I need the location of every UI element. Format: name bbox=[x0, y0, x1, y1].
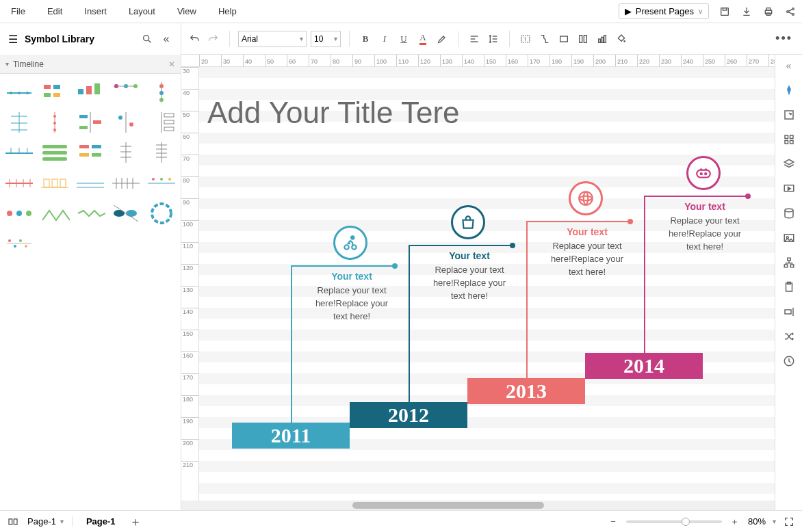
export-icon[interactable] bbox=[782, 108, 796, 122]
timeline-shape[interactable] bbox=[146, 81, 177, 105]
page-title[interactable]: Add Your Title Tere bbox=[207, 96, 460, 130]
timeline-shape[interactable] bbox=[111, 201, 141, 226]
page-tab[interactable]: Page-1 bbox=[81, 515, 121, 528]
timeline-shape[interactable] bbox=[4, 141, 34, 165]
timeline-shape[interactable] bbox=[4, 81, 34, 105]
timeline-shape[interactable] bbox=[111, 141, 141, 165]
timeline-shape[interactable] bbox=[4, 111, 34, 135]
timeline-shape[interactable] bbox=[75, 171, 105, 196]
print-icon[interactable] bbox=[762, 5, 775, 18]
layers-icon[interactable] bbox=[782, 157, 796, 171]
timeline-shape[interactable] bbox=[146, 171, 177, 196]
timeline-shape[interactable] bbox=[111, 171, 141, 196]
bold-icon[interactable]: B bbox=[358, 31, 373, 46]
sitemap-icon[interactable] bbox=[782, 256, 796, 269]
timeline-body[interactable]: Replace your text here!Replace your text… bbox=[428, 264, 510, 303]
connector-icon[interactable] bbox=[537, 31, 552, 46]
present-button[interactable]: ▶ Present Pages ∨ bbox=[619, 3, 709, 19]
data-icon[interactable] bbox=[782, 207, 796, 220]
close-icon[interactable]: ✕ bbox=[168, 59, 175, 69]
timeline-shape[interactable] bbox=[111, 111, 141, 135]
timeline-shape[interactable] bbox=[146, 201, 177, 226]
menu-edit[interactable]: Edit bbox=[47, 6, 62, 16]
timeline-shape[interactable] bbox=[75, 81, 105, 105]
page-canvas[interactable]: Add Your Title Tere 2011Your textReplace… bbox=[199, 67, 775, 501]
menu-layout[interactable]: Layout bbox=[129, 6, 155, 16]
menu-help[interactable]: Help bbox=[218, 6, 237, 16]
timeline-shape[interactable] bbox=[75, 141, 105, 165]
grid-icon[interactable] bbox=[782, 133, 796, 146]
underline-icon[interactable]: U bbox=[396, 31, 411, 46]
timeline-shape[interactable] bbox=[111, 81, 141, 105]
add-page-icon[interactable]: ＋ bbox=[129, 516, 142, 528]
distribute-icon[interactable] bbox=[575, 31, 591, 46]
menu-file[interactable]: File bbox=[11, 6, 25, 16]
page-select[interactable]: Page-1 ▾ bbox=[27, 516, 73, 527]
menu-insert[interactable]: Insert bbox=[84, 6, 107, 16]
timeline-shape[interactable] bbox=[40, 201, 70, 226]
timeline-shape[interactable] bbox=[75, 201, 105, 226]
text-box-icon[interactable]: T bbox=[518, 31, 533, 46]
shape-icon[interactable] bbox=[556, 31, 571, 46]
undo-icon[interactable] bbox=[187, 31, 202, 46]
year-block[interactable]: 2014 bbox=[585, 353, 703, 379]
horizontal-scrollbar[interactable] bbox=[181, 501, 775, 510]
timeline-icon[interactable] bbox=[686, 156, 721, 190]
save-icon[interactable] bbox=[719, 5, 731, 18]
share-icon[interactable] bbox=[784, 5, 797, 18]
menu-view[interactable]: View bbox=[177, 6, 196, 16]
size-select[interactable]: 10▾ bbox=[311, 31, 341, 47]
timeline-body[interactable]: Replace your text here!Replace your text… bbox=[546, 240, 628, 279]
timeline-heading[interactable]: Your text bbox=[667, 201, 742, 212]
zoom-out-icon[interactable]: − bbox=[607, 516, 619, 528]
year-block[interactable]: 2013 bbox=[467, 378, 585, 404]
timeline-heading[interactable]: Your text bbox=[549, 226, 625, 237]
year-block[interactable]: 2011 bbox=[232, 423, 350, 449]
timeline-shape[interactable] bbox=[40, 81, 70, 105]
timeline-body[interactable]: Replace your text here!Replace your text… bbox=[664, 215, 746, 254]
timeline-body[interactable]: Replace your text here!Replace your text… bbox=[311, 284, 393, 323]
chart-icon[interactable] bbox=[595, 31, 610, 46]
pages-view-icon[interactable] bbox=[7, 516, 19, 528]
timeline-icon[interactable] bbox=[333, 226, 367, 260]
timeline-icon[interactable] bbox=[569, 181, 603, 215]
highlight-icon[interactable] bbox=[435, 31, 450, 46]
timeline-shape[interactable] bbox=[146, 141, 177, 165]
align-icon[interactable] bbox=[467, 31, 482, 46]
fullscreen-icon[interactable] bbox=[783, 516, 795, 528]
theme-icon[interactable] bbox=[782, 83, 796, 97]
align-right-icon[interactable] bbox=[782, 305, 796, 319]
timeline-shape[interactable] bbox=[146, 111, 177, 135]
timeline-icon[interactable] bbox=[451, 205, 485, 239]
more-icon[interactable]: ••• bbox=[771, 31, 797, 46]
timeline-panel-header[interactable]: ▾ Timeline ✕ bbox=[0, 55, 181, 74]
zoom-label[interactable]: 80% bbox=[748, 516, 766, 527]
timeline-shape[interactable] bbox=[40, 171, 70, 196]
timeline-heading[interactable]: Your text bbox=[314, 271, 389, 282]
timeline-shape[interactable] bbox=[4, 231, 34, 256]
search-icon[interactable] bbox=[141, 33, 153, 45]
redo-icon[interactable] bbox=[206, 31, 221, 46]
history-icon[interactable] bbox=[782, 354, 796, 368]
collapse-sidebar-icon[interactable]: « bbox=[160, 33, 172, 45]
year-block[interactable]: 2012 bbox=[350, 402, 467, 428]
zoom-in-icon[interactable]: ＋ bbox=[729, 516, 741, 528]
fill-icon[interactable] bbox=[614, 31, 629, 46]
italic-icon[interactable]: I bbox=[377, 31, 392, 46]
clipboard-icon[interactable] bbox=[782, 280, 796, 294]
slideshow-icon[interactable] bbox=[782, 182, 796, 196]
line-spacing-icon[interactable] bbox=[486, 31, 501, 46]
font-select[interactable]: Arial▾ bbox=[238, 31, 307, 47]
shuffle-icon[interactable] bbox=[782, 330, 796, 343]
image-icon[interactable] bbox=[782, 231, 796, 245]
timeline-heading[interactable]: Your text bbox=[432, 250, 507, 261]
collapse-rightpanel-icon[interactable]: « bbox=[782, 59, 796, 72]
timeline-shape[interactable] bbox=[75, 111, 105, 135]
timeline-shape[interactable] bbox=[40, 141, 70, 165]
download-icon[interactable] bbox=[740, 5, 753, 18]
zoom-slider[interactable] bbox=[626, 520, 722, 523]
font-color-icon[interactable]: A bbox=[415, 31, 430, 46]
timeline-shape[interactable] bbox=[4, 171, 34, 196]
timeline-shape[interactable] bbox=[4, 201, 34, 226]
timeline-shape[interactable] bbox=[40, 111, 70, 135]
